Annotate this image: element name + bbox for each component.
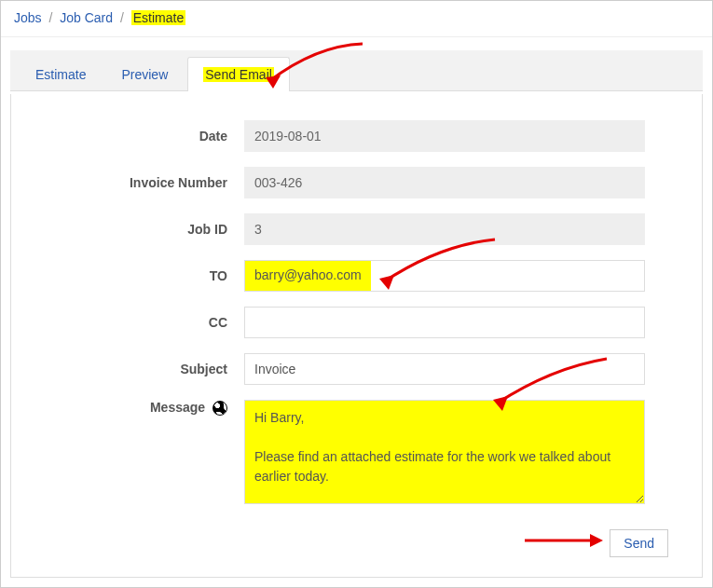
invoice-number-field bbox=[244, 167, 645, 198]
tab-estimate[interactable]: Estimate bbox=[20, 57, 102, 91]
breadcrumb-jobs[interactable]: Jobs bbox=[14, 10, 42, 25]
label-job-id: Job ID bbox=[28, 222, 244, 237]
date-field bbox=[244, 120, 645, 152]
message-field[interactable] bbox=[244, 400, 645, 504]
cc-field[interactable] bbox=[244, 307, 645, 338]
send-button[interactable]: Send bbox=[610, 529, 668, 557]
tab-preview[interactable]: Preview bbox=[105, 57, 184, 91]
breadcrumb-sep: / bbox=[48, 10, 52, 25]
job-id-field bbox=[244, 213, 645, 245]
form-panel[interactable]: Date Invoice Number Job ID TO barry@yaho… bbox=[10, 94, 703, 578]
yinyang-icon bbox=[213, 401, 227, 416]
subject-field[interactable] bbox=[244, 353, 645, 385]
label-message: Message bbox=[28, 400, 244, 416]
label-invoice-number: Invoice Number bbox=[28, 175, 244, 190]
label-cc: CC bbox=[28, 315, 244, 330]
tab-send-email[interactable]: Send Email bbox=[187, 57, 290, 91]
to-highlight: barry@yahoo.com bbox=[245, 261, 371, 291]
label-to: TO bbox=[28, 268, 244, 283]
tab-bar: Estimate Preview Send Email bbox=[10, 50, 703, 91]
breadcrumb-job-card[interactable]: Job Card bbox=[60, 10, 113, 25]
breadcrumb: Jobs / Job Card / Estimate bbox=[1, 1, 712, 37]
tab-send-email-label: Send Email bbox=[203, 67, 274, 82]
label-subject: Subject bbox=[28, 362, 244, 376]
breadcrumb-current: Estimate bbox=[131, 10, 185, 25]
label-date: Date bbox=[28, 129, 244, 144]
breadcrumb-sep: / bbox=[120, 10, 124, 25]
